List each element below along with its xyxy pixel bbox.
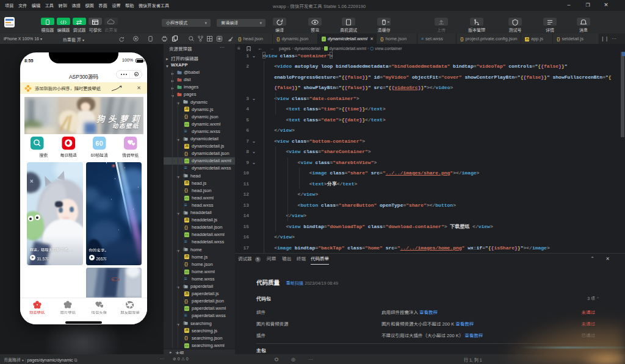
svg-text:60: 60 [96, 140, 103, 147]
